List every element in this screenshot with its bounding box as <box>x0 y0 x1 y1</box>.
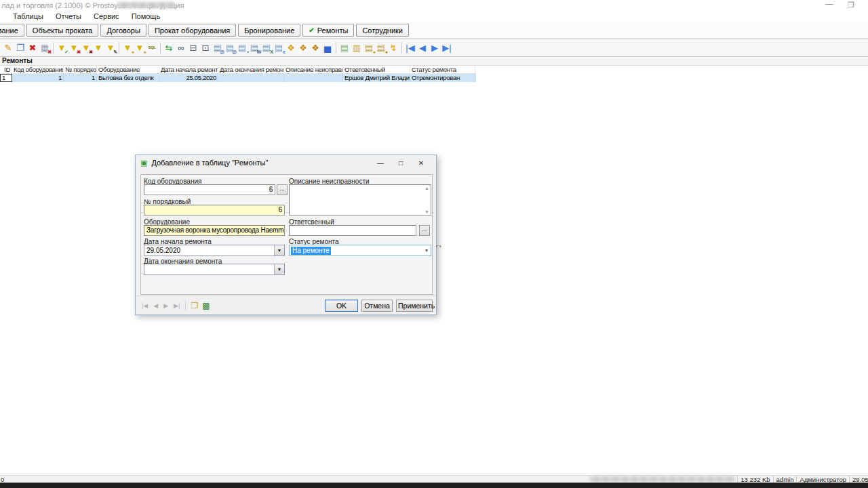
apply-button[interactable]: Применить <box>396 300 433 312</box>
filter-apply-icon[interactable]: ▼✓ <box>56 42 67 54</box>
responsible-lookup-button[interactable]: ... <box>419 225 430 236</box>
refresh-icon[interactable]: ⇆ <box>163 42 174 54</box>
tab-rental-objects[interactable]: Объекты проката <box>26 24 99 37</box>
record-last-icon[interactable]: ▶| <box>174 302 180 309</box>
menu-tables[interactable]: Таблицы <box>7 12 50 20</box>
cell-responsible[interactable]: Ершов Дмитрий Владимир <box>343 74 410 82</box>
nav-first-icon[interactable]: |◀ <box>405 42 416 54</box>
nav-next-icon[interactable]: ▶ <box>429 42 440 54</box>
record-prev-icon[interactable]: ◀ <box>153 302 158 309</box>
col-equipment-code[interactable]: Код оборудования <box>12 66 64 73</box>
cell-id-focused[interactable]: 1 <box>0 74 12 82</box>
cell-repair-status[interactable]: Отремонтирован <box>410 74 475 82</box>
dialog-title-bar[interactable]: ▣ Добавление в таблицу "Ремонты" — □ ✕ <box>136 155 436 170</box>
tab-bar: рудование Объекты проката Договоры Прока… <box>0 22 868 39</box>
dialog-maximize-button[interactable]: □ <box>391 159 411 167</box>
minimize-button[interactable]: — <box>823 0 835 7</box>
tab-contracts[interactable]: Договоры <box>100 24 146 37</box>
filter-remove-icon[interactable]: ▼✖ <box>81 42 92 54</box>
cell-fault-description[interactable] <box>284 74 343 82</box>
menu-service[interactable]: Сервис <box>87 12 125 20</box>
dialog-minimize-button[interactable]: — <box>370 159 391 167</box>
col-equipment[interactable]: Оборудование <box>97 66 159 73</box>
image-icon[interactable]: ▩ <box>202 301 210 310</box>
totals-icon[interactable]: ▤ <box>339 42 350 54</box>
responsible-field[interactable] <box>289 225 416 236</box>
cell-equipment-code[interactable]: 1 <box>12 74 64 82</box>
copy-icon[interactable]: ❐ <box>15 42 26 54</box>
col-repair-status[interactable]: Статус ремонта <box>410 66 475 73</box>
export-word-icon[interactable]: ▤W <box>249 42 260 54</box>
cell-serial-number[interactable]: 1 <box>64 74 97 82</box>
nav-prev-icon[interactable]: ◀ <box>417 42 428 54</box>
repair-status-combobox[interactable]: На ремонте ▾ <box>289 245 431 256</box>
cell-repair-start-date[interactable]: 25.05.2020 <box>159 74 218 82</box>
repair-start-date-combobox[interactable]: 29.05.2020 ▼ <box>144 245 285 256</box>
status-user: admin <box>773 476 797 483</box>
print-preview-icon[interactable]: ⊡ <box>200 42 211 54</box>
delete-row-icon-badge: ✖ <box>47 49 52 54</box>
edit-pencil-icon[interactable]: ✎ <box>3 42 14 54</box>
record-next-icon[interactable]: ▶ <box>163 302 168 309</box>
filter-edit-icon[interactable]: ▼✎ <box>105 42 116 54</box>
form-money-icon[interactable]: ▤● <box>363 42 374 54</box>
sql-icon[interactable]: SQL <box>146 42 157 54</box>
export-template2-icon[interactable]: ▤@ <box>224 42 235 54</box>
col-serial-number[interactable]: № порядковый <box>64 66 97 73</box>
tab-booking[interactable]: Бронирование <box>238 24 300 37</box>
equipment-field[interactable]: Загрузочная воронка мусоропровода Haemme… <box>144 225 285 236</box>
record-first-icon[interactable]: |◀ <box>142 302 148 309</box>
nav-last-icon[interactable]: ▶| <box>441 42 452 54</box>
scroll-up-icon[interactable]: ▲ <box>425 186 429 190</box>
export-file-icon[interactable]: ▤▪ <box>237 42 248 54</box>
clipboard-icon[interactable]: ▥ <box>351 42 362 54</box>
chevron-down-icon[interactable]: ▾ <box>425 247 428 253</box>
col-repair-start-date[interactable]: Дата начала ремонта <box>159 66 218 73</box>
equipment-code-lookup-button[interactable]: ... <box>277 184 288 195</box>
dialog-close-button[interactable]: ✕ <box>411 159 431 167</box>
cancel-button[interactable]: Отмена <box>361 300 393 312</box>
export-template-icon[interactable]: ▤@ <box>212 42 223 54</box>
report-3-icon[interactable]: ❖ <box>310 42 321 54</box>
repair-end-date-combobox[interactable]: ▼ <box>144 264 285 275</box>
tab-employees[interactable]: Сотрудники <box>356 24 409 37</box>
dropdown-arrow-icon[interactable]: ▼ <box>274 264 284 274</box>
form-money2-icon[interactable]: ▤● <box>376 42 387 54</box>
chart-icon[interactable]: ▅ <box>322 42 333 54</box>
search-binoculars-icon[interactable]: ∞ <box>176 42 186 54</box>
filter-folder-icon[interactable]: ▼▸ <box>134 42 145 54</box>
dropdown-arrow-icon[interactable]: ▼ <box>274 245 284 256</box>
equipment-code-field[interactable]: 6 <box>144 184 275 195</box>
menu-help[interactable]: Помощь <box>125 12 167 20</box>
col-id[interactable]: ID <box>0 66 12 73</box>
fault-description-textarea[interactable]: ▲ ▼ <box>289 184 431 216</box>
report-2-icon[interactable]: ❖ <box>298 42 309 54</box>
filter-edit-icon-badge: ✎ <box>113 49 117 54</box>
tab-equipment-rental[interactable]: Прокат оборудования <box>149 24 236 37</box>
scroll-down-icon[interactable]: ▼ <box>425 209 429 214</box>
tab-equipment[interactable]: рудование <box>0 24 24 37</box>
filter-clear-icon[interactable]: ▼✖ <box>68 42 79 54</box>
filter-money-icon[interactable]: ▼● <box>122 42 133 54</box>
menu-reports[interactable]: Отчеты <box>50 12 87 20</box>
col-fault-description[interactable]: Описание неисправности <box>284 66 343 73</box>
cell-equipment[interactable]: Бытовка без отделк <box>97 74 159 82</box>
col-responsible[interactable]: Ответсвенный <box>343 66 410 73</box>
export-template2-icon-badge: @ <box>232 49 237 54</box>
cell-repair-end-date[interactable] <box>218 74 284 82</box>
form-window-icon[interactable]: ❐ <box>191 301 198 310</box>
table-row[interactable]: 1 1 1 Бытовка без отделк 25.05.2020 Ершо… <box>0 74 476 82</box>
export-excel-icon[interactable]: ▤X <box>261 42 272 54</box>
report-1-icon[interactable]: ❖ <box>285 42 296 54</box>
serial-number-field[interactable]: 6 <box>144 205 285 216</box>
export-html-icon[interactable]: ▤e <box>273 42 284 54</box>
ok-button[interactable]: OK <box>325 300 358 312</box>
delete-icon[interactable]: ✖ <box>27 42 38 54</box>
print-icon[interactable]: ⊟ <box>188 42 199 54</box>
delete-row-icon[interactable]: ▦✖ <box>39 42 50 54</box>
filter-icon[interactable]: ▼ <box>93 42 104 54</box>
tab-repairs[interactable]: ✔Ремонты <box>302 24 354 37</box>
col-repair-end-date[interactable]: Дата окончания ремонта <box>218 66 284 73</box>
restore-button[interactable]: ❐ <box>845 1 857 9</box>
actions-icon[interactable]: ↯ <box>388 42 399 54</box>
